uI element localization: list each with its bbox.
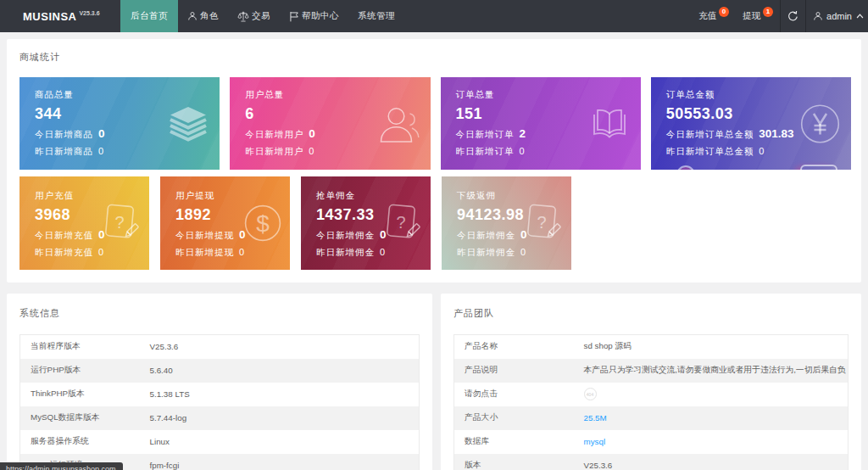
withdraw-button[interactable]: 提现 1 — [736, 0, 780, 32]
stat-card-yesterday-line: 昨日新增佣金 0 — [457, 247, 559, 258]
stat-card-yesterday-label: 昨日新增商品 — [35, 146, 93, 156]
stat-card-today-label: 今日新增订单 — [456, 129, 515, 139]
product-team-panel: 产品团队 产品名称 sd shop 源码 产品说明 本产品只为学习测试交流,请勿… — [441, 294, 861, 470]
stat-card-today-label: 今日新增佣金 — [457, 230, 515, 240]
table-row: 服务器操作系统 Linux — [20, 430, 420, 454]
stat-card[interactable]: 用户充值 3968 今日新增充值 0 昨日新增充值 0 ? — [19, 176, 149, 270]
value-link[interactable]: mysql — [584, 437, 606, 446]
nav-menu-item[interactable]: 帮助中心 — [280, 0, 348, 32]
nav-menu-item[interactable]: 系统管理 — [348, 0, 404, 32]
stat-card[interactable]: 订单总量 151 今日新增订单 2 昨日新增订单 0 — [441, 77, 641, 170]
refresh-icon — [787, 10, 798, 22]
nav-menu-item-label: 角色 — [200, 10, 219, 22]
status-url-text: https://admin.musunsashop.com — [6, 465, 116, 470]
row-value-cell: 本产品只为学习测试交流,请勿要做商业或者用于违法行为,一切后果自负 — [574, 359, 849, 383]
doc-question-pencil-icon: ? — [104, 204, 141, 243]
row-label: 产品说明 — [454, 359, 574, 383]
stat-card-yesterday-label: 昨日新增充值 — [35, 247, 93, 257]
stat-card-today-label: 今日新增佣金 — [316, 230, 375, 240]
recharge-button[interactable]: 充值 0 — [692, 0, 736, 32]
nav-menu: 后台首页 角色 交易 帮助中心 系统管理 — [120, 0, 404, 32]
stat-card[interactable]: 商品总量 344 今日新增商品 0 昨日新增商品 0 — [19, 77, 220, 170]
layers-icon — [168, 105, 209, 143]
svg-text:$: $ — [256, 210, 270, 237]
row-label: MySQL数据库版本 — [20, 406, 140, 430]
row-label: 数据库 — [454, 430, 574, 454]
chevron-up-icon — [856, 14, 864, 19]
top-navbar: MUSINSA V25.3.6 后台首页 角色 交易 帮助中心 系统管理 充值 … — [0, 0, 868, 32]
value-link[interactable]: 25.5M — [584, 413, 607, 422]
nav-menu-item[interactable]: 角色 — [178, 0, 228, 32]
row-label: ThinkPHP版本 — [20, 383, 140, 406]
table-row: 数据库 mysql — [454, 430, 849, 454]
user-icon — [187, 11, 198, 21]
stat-card-yesterday-line: 昨日新增商品 0 — [35, 146, 208, 157]
nav-menu-item-label: 帮助中心 — [302, 10, 339, 22]
stat-card-yesterday-value: 0 — [380, 247, 385, 257]
row-value-cell: Linux — [140, 430, 420, 454]
nav-menu-item[interactable]: 交易 — [228, 0, 280, 32]
stat-card[interactable]: 订单总金额 50553.03 今日新增订单总金额 301.83 昨日新增订单总金… — [651, 77, 851, 170]
nav-menu-item-label: 系统管理 — [358, 10, 395, 22]
nav-menu-item-label: 交易 — [252, 10, 270, 22]
scale-icon — [237, 11, 249, 22]
nav-right: 充值 0 提现 1 admin — [692, 0, 868, 32]
stat-card-yesterday-label: 昨日新增佣金 — [316, 247, 375, 257]
link-status-bar: https://admin.musunsashop.com — [0, 462, 123, 470]
row-value-cell: mysql — [574, 430, 849, 454]
logo[interactable]: MUSINSA V25.3.6 — [0, 0, 120, 32]
withdraw-badge: 1 — [763, 7, 773, 17]
stat-card-title: 用户总量 — [245, 89, 418, 99]
user-menu[interactable]: admin — [806, 0, 868, 32]
stat-card-yesterday-line: 昨日新增提现 0 — [175, 247, 278, 258]
stat-card-yesterday-value: 0 — [239, 247, 244, 257]
row-value-cell: 25.5M — [574, 406, 849, 430]
row-label: 产品大小 — [454, 406, 574, 430]
table-row: MySQL数据库版本 5.7.44-log — [20, 406, 420, 430]
bottom-panels: 系统信息 当前程序版本 V25.3.6 运行PHP版本 5.6.40 Think… — [7, 294, 861, 470]
stat-card[interactable]: 抢单佣金 1437.33 今日新增佣金 0 昨日新增佣金 0 ? — [301, 176, 431, 270]
stat-card-yesterday-value: 0 — [98, 146, 103, 156]
stats-panel: 商城统计 商品总量 344 今日新增商品 0 昨日新增商品 0 用户总量 6 今… — [7, 39, 861, 283]
stat-card-yesterday-label: 昨日新增订单总金额 — [666, 146, 754, 156]
broken-image-404-icon[interactable]: 404 — [584, 388, 597, 400]
system-info-title: 系统信息 — [19, 307, 420, 319]
stat-card-title: 订单总量 — [456, 89, 629, 99]
row-value-cell: 5.7.44-log — [140, 406, 420, 430]
table-row: 请勿点击 404 — [454, 383, 849, 406]
stat-card-today-label: 今日新增订单总金额 — [666, 129, 754, 139]
nav-menu-item[interactable]: 后台首页 — [120, 0, 178, 32]
stat-card-today-value: 0 — [309, 127, 315, 140]
stat-card-yesterday-label: 昨日新增用户 — [245, 146, 303, 156]
stat-card-yesterday-value: 0 — [309, 146, 314, 156]
stat-card-today-label: 今日新增充值 — [35, 230, 93, 240]
stat-card-title: 用户提现 — [175, 190, 278, 200]
stat-card-yesterday-label: 昨日新增佣金 — [457, 247, 515, 257]
table-row: 产品名称 sd shop 源码 — [454, 335, 849, 359]
stat-card-title: 用户充值 — [35, 190, 137, 200]
stat-card-yesterday-value: 0 — [520, 247, 526, 257]
stat-card-today-value: 2 — [519, 127, 526, 140]
stat-card[interactable]: 下级返佣 94123.98 今日新增佣金 0 昨日新增佣金 0 ? — [442, 176, 571, 270]
stat-card[interactable]: 用户总量 6 今日新增用户 0 昨日新增用户 0 — [230, 77, 430, 170]
table-row: ThinkPHP版本 5.1.38 LTS — [20, 383, 420, 406]
table-row: 版本 V25.3.6 — [454, 454, 849, 470]
row-label: 产品名称 — [454, 335, 574, 359]
refresh-button[interactable] — [781, 0, 805, 32]
stat-card-yesterday-value: 0 — [759, 146, 764, 156]
table-row: 当前程序版本 V25.3.6 — [20, 335, 420, 359]
username: admin — [826, 11, 852, 21]
row-value-cell: V25.3.6 — [574, 454, 849, 470]
doc-question-pencil-icon: ? — [526, 204, 563, 243]
row-label: 版本 — [454, 454, 574, 470]
stat-card-yesterday-line: 昨日新增佣金 0 — [316, 247, 419, 258]
nav-menu-item-label: 后台首页 — [131, 10, 168, 22]
recharge-badge: 0 — [719, 7, 729, 17]
row-label: 请勿点击 — [454, 383, 574, 406]
row-label: 当前程序版本 — [20, 335, 140, 359]
withdraw-label: 提现 — [743, 10, 760, 22]
stats-section-title: 商城统计 — [19, 51, 851, 63]
stat-card[interactable]: 用户提现 1892 今日新增提现 0 昨日新增提现 0 $ — [160, 176, 290, 270]
stat-card-yesterday-line: 昨日新增用户 0 — [245, 146, 418, 157]
product-team-title: 产品团队 — [453, 307, 849, 319]
